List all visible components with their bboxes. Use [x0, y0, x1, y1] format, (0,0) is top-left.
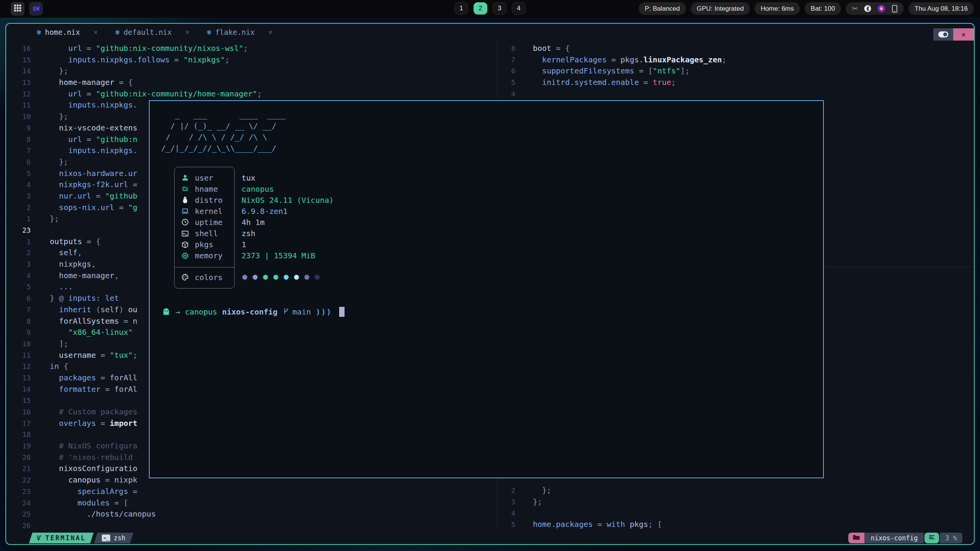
statusbar-right: nixos-config 3 % — [848, 533, 962, 543]
right-pane-split-line — [824, 267, 972, 267]
line-number: 10 — [6, 111, 34, 122]
line-number: 11 — [6, 350, 34, 361]
line-number: 24 — [6, 497, 34, 509]
status-pill-3[interactable]: Bat: 100 — [805, 2, 841, 15]
line-number: 14 — [6, 65, 34, 77]
line-number: 15 — [6, 395, 34, 406]
line-number: 14 — [6, 384, 34, 395]
line-number: 6 — [497, 65, 519, 77]
shell-label: zsh — [114, 534, 126, 542]
fetch-values: tuxcanopusNixOS 24.11 (Vicuna)6.9.8-zen1… — [242, 172, 334, 261]
nix-snowflake-icon: ❄ — [207, 28, 211, 36]
fetch-colors-row: colors — [174, 272, 235, 283]
launcher-group: $W — [11, 2, 43, 16]
fetch-row-hname: hname — [174, 183, 235, 194]
workspace-button-1[interactable]: 1 — [454, 2, 468, 15]
line-number: 2 — [6, 202, 34, 214]
terminal-overlay[interactable]: _ ___ ____ ____ / |/ (_)_ __/ __ \/ __/ … — [149, 100, 824, 478]
line-number: 3 — [497, 496, 519, 508]
tab-close-icon[interactable]: × — [94, 28, 98, 36]
code-line: 7 kernelPackages = pkgs.linuxPackages_ze… — [497, 54, 974, 66]
flame-icon[interactable] — [877, 5, 885, 13]
line-number: 22 — [6, 474, 34, 486]
scissors-icon[interactable]: ✂ — [852, 4, 858, 13]
tab-close-icon[interactable]: × — [268, 28, 272, 36]
line-number: 25 — [6, 509, 34, 520]
code-line: 12 url = "github:nix-community/home-mana… — [6, 88, 497, 100]
line-number: 19 — [6, 440, 34, 452]
fetch-row-memory: memory — [174, 250, 235, 261]
terminal-mini-icon: >_ — [102, 535, 110, 541]
folder-icon — [853, 534, 860, 542]
line-number: 9 — [6, 327, 34, 338]
line-number: 12 — [6, 88, 34, 100]
shell-segment[interactable]: >_ zsh — [94, 533, 134, 543]
line-number: 18 — [6, 429, 34, 440]
editor-content: 16 url = "github:nix-community/nixos-wsl… — [6, 41, 974, 532]
project-label: nixos-config — [871, 534, 918, 542]
list-segment — [924, 533, 939, 543]
line-number: 4 — [497, 508, 519, 519]
clock-label: Thu Aug 08, 18:16 — [915, 5, 968, 13]
color-dot-4 — [284, 275, 289, 280]
apps-grid-button[interactable] — [11, 2, 24, 16]
line-number: 4 — [497, 88, 519, 100]
branch-name: main — [292, 307, 311, 316]
color-dot-6 — [304, 275, 309, 280]
clock-pill[interactable]: Thu Aug 08, 18:16 — [908, 2, 974, 15]
window-close-button[interactable]: × — [953, 28, 974, 41]
toggle-switch[interactable] — [933, 28, 953, 41]
workspace-button-2[interactable]: 2 — [474, 2, 487, 15]
tab-flake.nix[interactable]: ❄flake.nix× — [200, 24, 283, 41]
code-line: 5home.packages = with pkgs; [ — [497, 519, 974, 530]
phone-icon[interactable] — [892, 5, 898, 13]
code-line: 6 supportedFilesystems = ["ntfs"]; — [497, 65, 974, 77]
code-line: 4 — [497, 88, 974, 100]
fetch-value-memory: 2373 | 15394 MiB — [242, 251, 315, 260]
git-branch-icon — [283, 307, 289, 317]
line-number: 13 — [6, 77, 34, 88]
code-line: 15 inputs.nixpkgs.follows = "nixpkgs"; — [6, 54, 497, 66]
tab-close-icon[interactable]: × — [186, 28, 189, 36]
bluetooth-icon[interactable] — [864, 5, 871, 12]
prompt-hostname: canopus — [185, 307, 217, 316]
workspace-button-4[interactable]: 4 — [512, 2, 526, 15]
apps-grid-icon — [14, 5, 21, 13]
mode-label: TERMINAL — [45, 534, 86, 542]
workspace-switcher: 1234 — [454, 2, 526, 15]
line-number: 13 — [6, 372, 34, 384]
line-number: 3 — [6, 259, 34, 270]
fetch-divider — [174, 267, 235, 267]
laptop-icon — [181, 207, 189, 215]
chip-icon — [181, 252, 189, 259]
palette-icon — [181, 274, 189, 281]
fetch-label: shell — [195, 229, 218, 238]
wm-badge-button[interactable]: $W — [29, 2, 43, 16]
editor-window: ❄home.nix×❄default.nix×❄flake.nix× × 16 … — [5, 23, 975, 545]
tab-home.nix[interactable]: ❄home.nix× — [30, 24, 108, 41]
terminal-icon — [181, 230, 189, 237]
code-line: 26 — [6, 520, 497, 531]
status-bar: V TERMINAL >_ zsh nixos-config — [6, 532, 974, 544]
line-number: 6 — [6, 156, 34, 168]
status-pill-1[interactable]: GPU: Integrated — [691, 2, 750, 15]
toggle-knob — [938, 31, 948, 37]
code-line: 4 — [497, 508, 974, 519]
project-segment[interactable]: nixos-config — [864, 533, 924, 543]
tab-default.nix[interactable]: ❄default.nix× — [108, 24, 200, 41]
line-number: 15 — [6, 54, 34, 66]
line-number: 26 — [6, 520, 34, 531]
fetch-value-kernel: 6.9.8-zen1 — [242, 207, 287, 216]
status-pill-0[interactable]: P: Balanced — [639, 2, 686, 15]
tab-label: default.nix — [124, 28, 172, 36]
shell-prompt[interactable]: → canopus nixos-config main ))) — [162, 306, 345, 318]
line-number: 9 — [6, 122, 34, 134]
line-number: 16 — [6, 406, 34, 418]
status-pill-2[interactable]: Home: 6ms — [755, 2, 800, 15]
line-number: 12 — [6, 361, 34, 372]
prompt-arrow: → — [175, 307, 180, 316]
fetch-label: hname — [195, 184, 218, 194]
line-number: 10 — [6, 338, 34, 350]
workspace-button-3[interactable]: 3 — [493, 2, 506, 15]
line-number: 21 — [6, 463, 34, 474]
